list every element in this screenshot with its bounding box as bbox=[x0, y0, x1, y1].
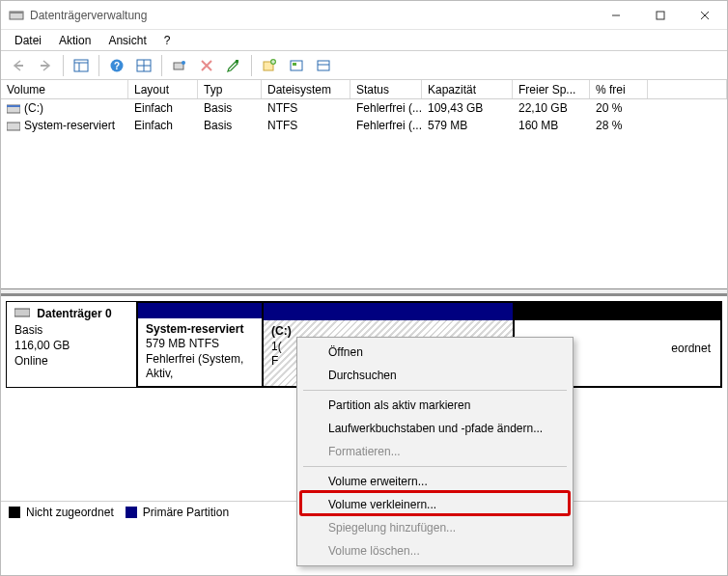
partition-size: 579 MB NTFS bbox=[146, 337, 219, 350]
partition-bar bbox=[264, 303, 513, 320]
cell-status: Fehlerfrei (... bbox=[350, 101, 422, 115]
cell-volume: (C:) bbox=[24, 101, 43, 115]
partition-status: Fehlerfrei (System, Aktiv, bbox=[146, 352, 243, 381]
disk-row: Datenträger 0 Basis 116,00 GB Online Sys… bbox=[6, 301, 722, 388]
svg-rect-7 bbox=[41, 65, 49, 67]
partition-bar bbox=[138, 303, 262, 318]
partition-title: System-reserviert bbox=[146, 322, 243, 336]
ctx-mark-active[interactable]: Partition als aktiv markieren bbox=[299, 394, 571, 417]
menu-item-view[interactable]: Ansicht bbox=[100, 32, 154, 49]
disk-type: Basis bbox=[14, 323, 42, 337]
show-hide-tree-button[interactable] bbox=[70, 54, 93, 77]
partition-title: (C:) bbox=[271, 324, 292, 338]
menu-item-action[interactable]: Aktion bbox=[51, 32, 98, 49]
cell-status: Fehlerfrei (... bbox=[350, 119, 422, 132]
ctx-delete-volume[interactable]: Volume löschen... bbox=[299, 539, 571, 562]
titlebar: Datenträgerverwaltung bbox=[1, 1, 727, 30]
col-header-type[interactable]: Typ bbox=[198, 80, 262, 98]
col-header-free[interactable]: Freier Sp... bbox=[513, 80, 590, 98]
ctx-browse[interactable]: Durchsuchen bbox=[299, 364, 571, 387]
disk-state: Online bbox=[14, 354, 48, 368]
svg-rect-22 bbox=[293, 63, 296, 66]
toolbar: ? bbox=[1, 51, 727, 80]
cell-layout: Einfach bbox=[128, 101, 198, 115]
toolbar-separator bbox=[161, 55, 162, 76]
cell-fs: NTFS bbox=[262, 119, 350, 132]
menu-item-file[interactable]: Datei bbox=[7, 32, 49, 49]
volume-icon bbox=[7, 103, 20, 113]
close-button[interactable] bbox=[683, 1, 727, 29]
partition-system-reserved[interactable]: System-reserviert 579 MB NTFS Fehlerfrei… bbox=[137, 302, 263, 387]
svg-rect-26 bbox=[7, 105, 20, 107]
partition-size: 1( bbox=[271, 340, 282, 353]
menu-item-help[interactable]: ? bbox=[156, 32, 179, 49]
context-menu: Öffnen Durchsuchen Partition als aktiv m… bbox=[296, 337, 574, 566]
col-header-percent[interactable]: % frei bbox=[590, 80, 648, 98]
ctx-add-mirror[interactable]: Spiegelung hinzufügen... bbox=[299, 516, 571, 539]
settings-button[interactable] bbox=[168, 54, 191, 77]
partition-bar bbox=[515, 303, 720, 320]
svg-rect-23 bbox=[318, 61, 329, 70]
cell-cap: 109,43 GB bbox=[422, 101, 513, 115]
disk-partitions: System-reserviert 579 MB NTFS Fehlerfrei… bbox=[137, 302, 721, 387]
graphical-disk-pane: Datenträger 0 Basis 116,00 GB Online Sys… bbox=[1, 293, 727, 501]
partition-body: System-reserviert 579 MB NTFS Fehlerfrei… bbox=[138, 318, 262, 386]
ctx-shrink-volume[interactable]: Volume verkleinern... bbox=[299, 493, 571, 516]
menubar: Datei Aktion Ansicht ? bbox=[1, 30, 727, 51]
cell-free: 160 MB bbox=[513, 119, 590, 132]
properties-button[interactable] bbox=[222, 54, 245, 77]
ctx-separator bbox=[303, 466, 567, 467]
svg-rect-1 bbox=[10, 12, 23, 14]
col-header-rest[interactable] bbox=[648, 80, 727, 98]
volume-row[interactable]: System-reserviert Einfach Basis NTFS Feh… bbox=[1, 117, 727, 134]
cell-volume: System-reserviert bbox=[24, 119, 115, 132]
cell-type: Basis bbox=[198, 101, 262, 115]
legend-swatch-unallocated bbox=[9, 507, 20, 518]
cell-free: 22,10 GB bbox=[513, 101, 590, 115]
back-button[interactable] bbox=[7, 54, 30, 77]
layout-button[interactable] bbox=[132, 54, 155, 77]
cell-cap: 579 MB bbox=[422, 119, 513, 132]
ctx-separator bbox=[303, 390, 567, 391]
col-header-volume[interactable]: Volume bbox=[1, 80, 128, 98]
ctx-format[interactable]: Formatieren... bbox=[299, 440, 571, 463]
ctx-extend-volume[interactable]: Volume erweitern... bbox=[299, 470, 571, 493]
volume-row[interactable]: (C:) Einfach Basis NTFS Fehlerfrei (... … bbox=[1, 99, 727, 117]
disk-size: 116,00 GB bbox=[14, 339, 70, 352]
help-button[interactable]: ? bbox=[105, 54, 128, 77]
toolbar-separator bbox=[63, 55, 64, 76]
format-button[interactable] bbox=[285, 54, 308, 77]
ctx-open[interactable]: Öffnen bbox=[299, 341, 571, 364]
rescan-button[interactable] bbox=[312, 54, 335, 77]
col-header-capacity[interactable]: Kapazität bbox=[422, 80, 513, 98]
partition-label: eordnet bbox=[671, 342, 711, 355]
svg-rect-3 bbox=[657, 12, 664, 19]
forward-button[interactable] bbox=[34, 54, 57, 77]
maximize-button[interactable] bbox=[638, 1, 683, 29]
cell-pct: 28 % bbox=[590, 119, 648, 132]
disk-info-panel[interactable]: Datenträger 0 Basis 116,00 GB Online bbox=[7, 302, 137, 387]
window-title: Datenträgerverwaltung bbox=[30, 9, 147, 22]
volume-table-header: Volume Layout Typ Dateisystem Status Kap… bbox=[1, 80, 727, 99]
window-controls bbox=[594, 1, 727, 29]
toolbar-separator bbox=[251, 55, 252, 76]
volume-icon bbox=[7, 121, 20, 130]
toolbar-separator bbox=[98, 55, 99, 76]
ctx-change-letter[interactable]: Laufwerkbuchstaben und -pfade ändern... bbox=[299, 417, 571, 440]
legend-label-unallocated: Nicht zugeordnet bbox=[26, 506, 114, 519]
partition-status: F bbox=[271, 354, 278, 368]
svg-rect-28 bbox=[14, 309, 30, 316]
col-header-layout[interactable]: Layout bbox=[128, 80, 198, 98]
delete-button[interactable] bbox=[195, 54, 218, 77]
legend-label-primary: Primäre Partition bbox=[143, 506, 229, 519]
col-header-filesystem[interactable]: Dateisystem bbox=[262, 80, 350, 98]
cell-type: Basis bbox=[198, 119, 262, 132]
cell-layout: Einfach bbox=[128, 119, 198, 132]
app-icon bbox=[9, 9, 24, 22]
volume-table-body[interactable]: (C:) Einfach Basis NTFS Fehlerfrei (... … bbox=[1, 99, 727, 289]
minimize-button[interactable] bbox=[594, 1, 638, 29]
cell-fs: NTFS bbox=[262, 101, 350, 115]
svg-rect-8 bbox=[74, 60, 88, 71]
new-partition-button[interactable] bbox=[258, 54, 281, 77]
col-header-status[interactable]: Status bbox=[350, 80, 422, 98]
